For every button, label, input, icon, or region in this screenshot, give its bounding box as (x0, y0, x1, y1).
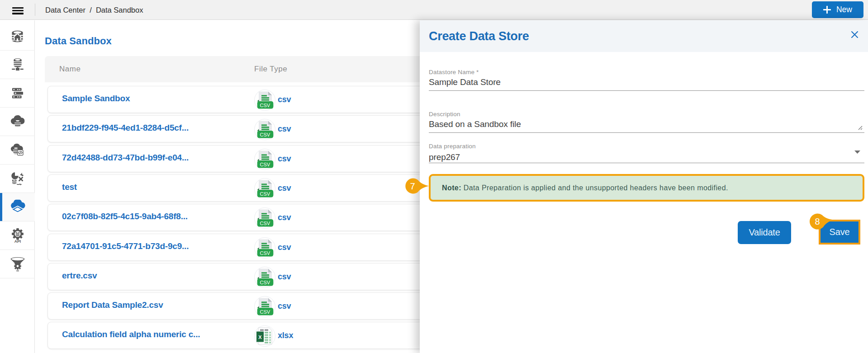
svg-text:CSV: CSV (260, 250, 270, 256)
svg-text:API: API (14, 239, 20, 243)
svg-text:CSV: CSV (260, 191, 270, 197)
svg-text:7: 7 (410, 181, 415, 191)
svg-text:CSV: CSV (260, 221, 270, 226)
svg-text:CSV: CSV (260, 309, 270, 315)
svg-text:CSV: CSV (260, 132, 270, 137)
svg-text:X: X (258, 334, 262, 340)
svg-text:CSV: CSV (260, 280, 270, 285)
svg-text:8: 8 (815, 217, 820, 226)
svg-text:CSV: CSV (260, 103, 270, 108)
svg-text:CSV: CSV (260, 162, 270, 167)
